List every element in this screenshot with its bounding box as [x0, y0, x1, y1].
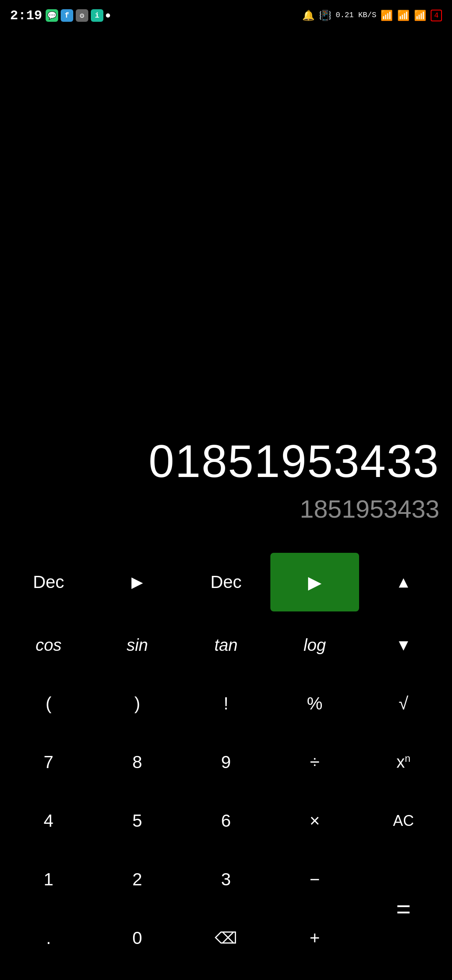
- dot-button[interactable]: .: [4, 909, 93, 967]
- backspace-button[interactable]: ⌫: [182, 909, 270, 967]
- arrow-down-icon: ▼: [396, 636, 411, 654]
- sqrt-button[interactable]: √: [359, 674, 448, 733]
- two-button[interactable]: 2: [93, 850, 182, 909]
- trig-row: cos sin tan log ▼: [4, 616, 448, 674]
- app-icon: i: [91, 9, 103, 22]
- close-paren-button[interactable]: ): [93, 674, 182, 733]
- equals-button[interactable]: =: [359, 850, 448, 967]
- arrow-up-icon: ▲: [396, 573, 411, 591]
- status-right: 🔔 📳 0.21 KB/S 📶 📶 📶 4: [302, 10, 442, 22]
- seven-button[interactable]: 7: [4, 733, 93, 792]
- wifi-icon: 📶: [380, 10, 393, 22]
- main-display: 01851953433: [13, 436, 439, 486]
- eight-button[interactable]: 8: [93, 733, 182, 792]
- zero-button[interactable]: 0: [93, 909, 182, 967]
- sin-button[interactable]: sin: [93, 616, 182, 674]
- open-paren-button[interactable]: (: [4, 674, 93, 733]
- status-icons: 💬 f ⚙ i: [46, 9, 110, 22]
- row-789: 7 8 9 ÷ xn: [4, 733, 448, 792]
- six-button[interactable]: 6: [182, 792, 270, 850]
- bottom-section: 1 2 3 − = . 0 ⌫ +: [4, 850, 448, 967]
- backspace-icon: ⌫: [215, 929, 237, 947]
- msg-icon: 💬: [46, 9, 58, 22]
- power-button[interactable]: xn: [359, 733, 448, 792]
- signal-icon-1: 📶: [397, 10, 410, 22]
- battery: 4: [431, 10, 442, 21]
- play-button-green[interactable]: ▶: [270, 553, 359, 611]
- status-left: 2:19 💬 f ⚙ i: [10, 8, 110, 23]
- divide-button[interactable]: ÷: [270, 733, 359, 792]
- secondary-display: 1851953433: [13, 495, 439, 524]
- one-button[interactable]: 1: [4, 850, 93, 909]
- time: 2:19: [10, 8, 42, 23]
- play-icon-green: ▶: [308, 572, 321, 593]
- tan-button[interactable]: tan: [182, 616, 270, 674]
- arrow-up-button[interactable]: ▲: [359, 553, 448, 611]
- alarm-icon: 🔔: [302, 10, 315, 22]
- ac-button[interactable]: AC: [359, 792, 448, 850]
- percent-button[interactable]: %: [270, 674, 359, 733]
- row-456: 4 5 6 × AC: [4, 792, 448, 850]
- play-icon-1: ▶: [131, 573, 143, 591]
- plus-button[interactable]: +: [270, 909, 359, 967]
- settings-icon: ⚙: [76, 9, 88, 22]
- fb-icon: f: [61, 9, 73, 22]
- factorial-button[interactable]: !: [182, 674, 270, 733]
- log-button[interactable]: log: [270, 616, 359, 674]
- arrow-right-1[interactable]: ▶: [93, 553, 182, 611]
- dec-label-2[interactable]: Dec: [182, 553, 270, 611]
- multiply-button[interactable]: ×: [270, 792, 359, 850]
- dec-label-1[interactable]: Dec: [4, 553, 93, 611]
- nine-button[interactable]: 9: [182, 733, 270, 792]
- data-speed: 0.21 KB/S: [336, 11, 376, 20]
- vibrate-icon: 📳: [319, 10, 331, 22]
- display-area: 01851953433 1851953433: [0, 29, 452, 553]
- control-row: Dec ▶ Dec ▶ ▲: [4, 553, 448, 611]
- three-button[interactable]: 3: [182, 850, 270, 909]
- cos-button[interactable]: cos: [4, 616, 93, 674]
- arrow-down-button[interactable]: ▼: [359, 616, 448, 674]
- dot-indicator: [106, 13, 110, 18]
- status-bar: 2:19 💬 f ⚙ i 🔔 📳 0.21 KB/S 📶 📶 📶 4: [0, 0, 452, 29]
- special-row: ( ) ! % √: [4, 674, 448, 733]
- four-button[interactable]: 4: [4, 792, 93, 850]
- signal-icon-2: 📶: [414, 10, 426, 22]
- minus-button[interactable]: −: [270, 850, 359, 909]
- five-button[interactable]: 5: [93, 792, 182, 850]
- keypad: Dec ▶ Dec ▶ ▲ cos sin tan log ▼: [0, 553, 452, 980]
